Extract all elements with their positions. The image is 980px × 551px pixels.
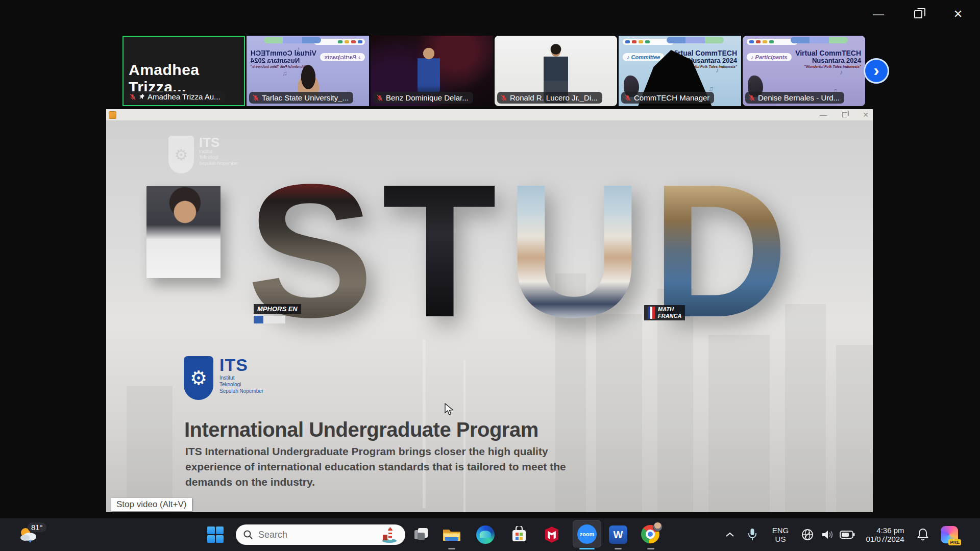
its-acronym: ITS: [199, 136, 239, 149]
mcafee-button[interactable]: [540, 518, 564, 551]
muted-mic-icon: [748, 94, 755, 102]
search-input[interactable]: [258, 530, 360, 540]
committee-badge: ♪ Committee: [623, 53, 664, 61]
participant-name-label: Benz Dominique Delar...: [373, 92, 473, 104]
banner-arc: [264, 37, 321, 43]
muted-mic-icon: [252, 94, 259, 102]
notifications-button[interactable]: [913, 518, 933, 551]
participant-name-label: Ronald R. Lucero Jr._Di...: [497, 92, 602, 104]
chrome-button[interactable]: [639, 518, 663, 551]
search-icon: [243, 530, 253, 540]
its-logo-faint: ⚙ ITS Institut Teknologi Sepuluh Nopembe…: [168, 136, 239, 173]
minimize-button[interactable]: —: [867, 5, 890, 23]
shared-window-titlebar: — ✕: [106, 109, 873, 120]
video-tile-tarlac[interactable]: Virtual CommTECH Nusantara 2024 "Wonderf…: [247, 36, 369, 106]
volume-button[interactable]: [818, 518, 838, 551]
participant-name-label: Denise Bernales - Urd...: [745, 92, 844, 104]
participant-name: Amadhea Trizza Au...: [148, 92, 220, 101]
network-button[interactable]: [797, 518, 818, 551]
its-acronym: ITS: [219, 356, 263, 374]
search-highlight-image: [381, 527, 398, 543]
running-indicator: [615, 548, 622, 549]
running-indicator: [448, 548, 455, 549]
microsoft-store-button[interactable]: [507, 518, 531, 551]
language-switcher[interactable]: ENG US: [767, 518, 794, 551]
battery-button[interactable]: [836, 518, 859, 551]
edge-button[interactable]: [474, 518, 497, 551]
video-tile-commtech-manager[interactable]: Virtual CommTECH Nusantara 2024 "Wonderf…: [619, 36, 741, 106]
taskbar-search[interactable]: [236, 524, 405, 545]
shared-restore-button[interactable]: [842, 112, 847, 117]
microphone-icon: [747, 528, 757, 541]
photo-caption-left-flag: [254, 316, 285, 323]
france-flag-icon: [648, 307, 655, 319]
restore-button[interactable]: [906, 5, 930, 23]
gear-icon: ⚙: [190, 367, 207, 389]
copilot-button[interactable]: PRE: [935, 518, 964, 551]
language-label: ENG: [772, 526, 789, 535]
mcafee-icon: [544, 526, 560, 543]
video-tile-denise[interactable]: Virtual CommTECH Nusantara 2024 "Wonderf…: [743, 36, 865, 106]
muted-mic-icon: [500, 94, 507, 102]
file-explorer-button[interactable]: [440, 518, 463, 551]
bell-icon: [917, 528, 929, 541]
photo-caption-right: MATH FRANCA: [644, 305, 685, 320]
video-tile-ronald[interactable]: Ronald R. Lucero Jr._Di...: [495, 36, 617, 106]
start-button[interactable]: [203, 518, 228, 551]
region-label: US: [772, 535, 789, 543]
next-page-button[interactable]: ›: [864, 58, 889, 84]
minimize-icon: —: [873, 8, 884, 21]
clock-widget[interactable]: 4:36 pm 01/07/2024: [860, 518, 911, 551]
restore-icon: [914, 10, 922, 18]
participant-figure: [418, 48, 440, 94]
zoom-active-indicator: [579, 548, 595, 549]
battery-icon: [840, 530, 855, 539]
sponsor-logos: [623, 39, 674, 45]
its-shield-icon: ⚙: [184, 356, 213, 400]
sponsor-logos: [747, 39, 798, 45]
file-explorer-icon: [442, 527, 461, 543]
zoom-icon: zoom: [577, 524, 597, 544]
slide-title: International Undergraduate Program: [184, 418, 538, 441]
video-tile-benz[interactable]: Benz Dominique Delar...: [371, 36, 493, 106]
chrome-profile-avatar: [653, 522, 663, 532]
video-tile-amadhea[interactable]: Amadhea Trizza... Amadhea Trizza Au...: [122, 36, 245, 106]
app-window-controls: — ✕: [867, 5, 970, 23]
banner-arc: [667, 37, 724, 43]
shared-minimize-button[interactable]: —: [820, 111, 827, 119]
task-view-button[interactable]: [409, 518, 433, 551]
weather-widget[interactable]: 81°: [7, 518, 50, 551]
participant-name-label: CommTECH Manager: [621, 92, 714, 104]
tray-microphone-button[interactable]: [743, 518, 762, 551]
participant-name: Tarlac State University_...: [262, 93, 349, 102]
participant-name: Benz Dominique Delar...: [386, 93, 469, 102]
banner-arc: [791, 37, 848, 43]
pin-icon: [139, 93, 145, 100]
muted-mic-icon: [376, 94, 383, 102]
close-button[interactable]: ✕: [946, 5, 970, 23]
date-label: 01/07/2024: [866, 535, 904, 543]
gear-icon: ⚙: [175, 146, 188, 164]
participant-name-label: Tarlac State University_...: [249, 92, 353, 104]
participant-name: Ronald R. Lucero Jr._Di...: [510, 93, 598, 102]
sponsor-logos: [314, 39, 365, 45]
windows-logo-icon: [207, 527, 224, 543]
shared-slide: ⚙ ITS Institut Teknologi Sepuluh Nopembe…: [106, 120, 873, 512]
shared-app-icon: [109, 111, 116, 119]
stop-video-tooltip: Stop video (Alt+V): [111, 498, 192, 511]
tray-overflow-button[interactable]: [719, 518, 741, 551]
shared-close-button[interactable]: ✕: [863, 111, 869, 119]
taskbar: 81°: [0, 518, 980, 551]
zoom-app-button[interactable]: zoom: [573, 520, 601, 547]
participants-badge: ♪ Participants: [747, 53, 792, 61]
time-label: 4:36 pm: [866, 526, 904, 535]
preview-badge: PRE: [948, 539, 961, 545]
participant-name: Denise Bernales - Urd...: [758, 93, 840, 102]
word-icon: W: [609, 525, 627, 544]
its-shield-icon: ⚙: [168, 136, 194, 173]
word-button[interactable]: W: [606, 518, 630, 551]
speaker-icon: [821, 529, 835, 541]
muted-mic-icon: [129, 93, 136, 101]
task-view-icon: [413, 527, 429, 542]
chevron-right-icon: ›: [873, 60, 879, 80]
